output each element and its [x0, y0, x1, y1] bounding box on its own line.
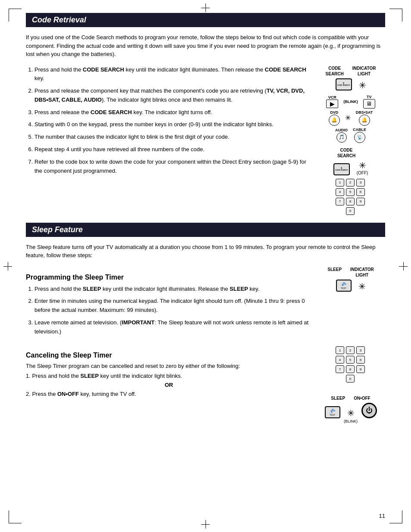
crosshair-right: [399, 262, 408, 271]
number-keypad-diagram: 1 2 3 4 5 6 7 8 9 0: [336, 179, 366, 216]
c-num-6: 6: [356, 356, 365, 364]
corner-mark-tr: [389, 9, 402, 22]
programming-steps-list: Press and hold the SLEEP key until the i…: [26, 285, 312, 336]
num-8: 8: [346, 198, 355, 205]
blink-label-cancel: (BLINK): [325, 419, 377, 423]
sleep-button-icon: 💤 TEST: [336, 280, 352, 292]
blink-indicator-icon: ✳: [347, 408, 355, 418]
sleep-step-3: Leave remote aimed at television. (IMPOR…: [34, 318, 312, 336]
code-search-button-icon: S CODE SEARCH: [336, 78, 352, 90]
vcr-tv-row: VCR ▶ (BLINK) TV 🖥: [326, 95, 375, 109]
page: Code Retrieval If you used one of the Co…: [0, 0, 411, 532]
code-search-off-row: S CODE SEARCH ✳ (OFF): [333, 160, 368, 175]
sleep-button-icon2: 💤 TEST: [325, 406, 340, 418]
code-retrieval-header: Code Retrieval: [26, 13, 385, 27]
sleep-btn-col: 💤 TEST: [325, 406, 340, 418]
indicator-light-icon2: ✳: [358, 281, 366, 292]
blink-col: ✳: [347, 408, 355, 418]
c-num-4: 4: [336, 356, 344, 364]
step-2: Press and release the component key that…: [34, 87, 312, 105]
vcr-item: VCR ▶: [326, 95, 338, 108]
code-search-header-row2: CODESEARCH: [333, 147, 368, 159]
code-search-header: CODESEARCH: [326, 65, 344, 77]
indicator-light-header2: INDICATORLIGHT: [350, 267, 374, 278]
sleep-onoff-diagram: SLEEP ON•OFF 💤 TEST ✳: [325, 395, 377, 423]
corner-mark-bl: [9, 510, 22, 523]
num-6: 6: [356, 188, 365, 196]
step-1: Press and hold the CODE SEARCH key until…: [34, 65, 312, 84]
indicator-off-icon: ✳: [359, 160, 366, 171]
c-num-8: 8: [346, 365, 355, 373]
code-retrieval-steps-list: Press and hold the CODE SEARCH key until…: [26, 65, 312, 176]
c-num-1: 1: [336, 346, 344, 354]
page-number: 11: [379, 513, 385, 519]
programming-content-row: Programming the Sleep Timer Press and ho…: [26, 267, 385, 340]
step-5: The number that causes the indicator lig…: [34, 133, 312, 142]
c-num-3: 3: [356, 346, 365, 354]
component-diagram: VCR ▶ (BLINK) TV 🖥 DVD 🔔: [326, 95, 375, 216]
sleep-btn-row: 💤 TEST ✳: [336, 280, 366, 292]
step-4: Starting with 0 on the keypad, press the…: [34, 120, 312, 129]
num-1: 1: [336, 179, 344, 187]
off-col: ✳ (OFF): [357, 160, 368, 175]
or-divider: OR: [26, 382, 312, 388]
onoff-button-icon: ⏻: [361, 403, 377, 418]
code-retrieval-section: Code Retrieval If you used one of the Co…: [26, 13, 385, 216]
crosshair-top: [201, 3, 210, 12]
dvd-icon: 🔔: [329, 115, 340, 126]
c-num-0: 0: [346, 375, 355, 383]
code-retrieval-title: Code Retrieval: [32, 16, 86, 24]
code-retrieval-steps-col: Press and hold the CODE SEARCH key until…: [26, 65, 312, 216]
onoff-header: ON•OFF: [354, 395, 371, 401]
code-retrieval-intro: If you used one of the Code Search metho…: [26, 33, 385, 59]
sleep-step-1: Press and hold the SLEEP key until the i…: [34, 285, 312, 294]
canceling-step1: 1. Press and hold the SLEEP key until th…: [26, 373, 312, 379]
c-num-9: 9: [356, 365, 365, 373]
indicator-light-header: INDICATORLIGHT: [352, 65, 376, 77]
off-label: (OFF): [357, 171, 368, 175]
canceling-content-row: Canceling the Sleep Timer The Sleep Time…: [26, 345, 385, 423]
num-3: 3: [356, 179, 365, 187]
sunburst-icon: ✳: [345, 114, 351, 122]
dvd-item: DVD 🔔: [329, 110, 340, 126]
tv-item: TV 🖥: [363, 95, 375, 109]
canceling-diagram: 1 2 3 4 5 6 7 8 9 0: [316, 345, 385, 423]
crosshair-bottom: [201, 520, 210, 529]
num-4: 4: [336, 188, 344, 196]
audio-cable-row: AUDIO 🎵 CABLE 📡: [335, 128, 366, 143]
sleep-feature-section: Sleep Feature The Sleep feature turns of…: [26, 223, 385, 424]
code-retrieval-content: Press and hold the CODE SEARCH key until…: [26, 65, 385, 216]
sleep-onoff-btn-row: 💤 TEST ✳ ⏻: [325, 403, 377, 418]
code-retrieval-diagram: CODESEARCH INDICATORLIGHT S CODE SEARCH …: [316, 65, 385, 216]
indicator-light-icon1: ✳: [359, 80, 366, 90]
num-9: 9: [356, 198, 365, 205]
vcr-icon: ▶: [326, 100, 338, 108]
tv-icon: 🖥: [363, 99, 375, 109]
code-search-header2: CODESEARCH: [337, 147, 355, 159]
cancel-num-keypad: 1 2 3 4 5 6 7 8 9 0: [336, 346, 366, 383]
step-3: Press and release the CODE SEARCH key. T…: [34, 108, 312, 117]
code-search-row2-wrapper: CODESEARCH S CODE SEARCH ✳ (OFF): [333, 147, 368, 175]
canceling-sleep-timer: Canceling the Sleep Timer The Sleep Time…: [26, 345, 385, 423]
audio-item: AUDIO 🎵: [335, 128, 348, 143]
sleep-header3: SLEEP: [331, 395, 345, 401]
c-num-2: 2: [346, 346, 355, 354]
blink-label: (BLINK): [343, 100, 358, 104]
canceling-left: Canceling the Sleep Timer The Sleep Time…: [26, 345, 312, 423]
dbs-icon: 🔔: [359, 115, 370, 126]
sleep-step-2: Enter time in minutes using the numerica…: [34, 297, 312, 315]
canceling-sleep-header: Canceling the Sleep Timer: [26, 352, 312, 359]
corner-mark-br: [389, 510, 402, 523]
c-num-5: 5: [346, 356, 355, 364]
crosshair-left: [3, 262, 12, 271]
num-7: 7: [336, 198, 344, 205]
dbs-item: DBS•SAT 🔔: [356, 110, 373, 126]
sleep-diagram-header: SLEEP INDICATORLIGHT: [327, 267, 374, 278]
audio-icon: 🎵: [336, 132, 347, 143]
programming-sleep-timer: Programming the Sleep Timer Press and ho…: [26, 267, 385, 340]
programming-sleep-header: Programming the Sleep Timer: [26, 274, 312, 281]
c-num-7: 7: [336, 365, 344, 373]
programming-left: Programming the Sleep Timer Press and ho…: [26, 267, 312, 340]
code-search-button-icon2: S CODE SEARCH: [333, 163, 350, 175]
sleep-label-header: SLEEP: [327, 267, 342, 278]
